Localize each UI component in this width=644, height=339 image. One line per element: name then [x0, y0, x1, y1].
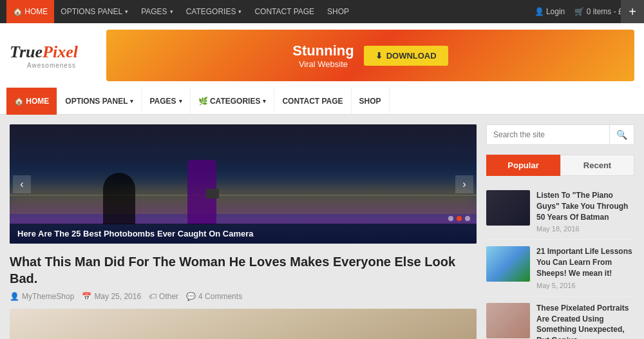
- chevron-down-icon: ▾: [238, 8, 242, 15]
- search-icon: 🔍: [616, 130, 627, 140]
- chevron-down-icon: ▾: [179, 98, 182, 104]
- post-preview-image[interactable]: [10, 309, 477, 339]
- sec-nav-home[interactable]: 🏠 HOME: [6, 88, 57, 115]
- comment-icon: 💬: [186, 292, 196, 301]
- top-nav-home[interactable]: 🏠 HOME: [6, 0, 54, 23]
- main-content-area: ‹ › Here Are The 25 Best Photobombs Ever…: [0, 115, 644, 339]
- slider-caption: Here Are The 25 Best Photobombs Ever Cau…: [10, 224, 477, 244]
- sidebar-post-2: 21 Important Life Lessons You Can Learn …: [486, 240, 634, 296]
- top-nav-links: 🏠 HOME OPTIONS PANEL ▾ PAGES ▾ CATEGORIE…: [6, 0, 535, 23]
- sidebar-post-title-3[interactable]: These Pixelated Portraits Are Created Us…: [536, 303, 634, 339]
- chevron-down-icon: ▾: [130, 98, 133, 104]
- banner-subtitle: Viral Website: [292, 59, 354, 69]
- calendar-icon: 📅: [82, 292, 91, 301]
- top-nav-categories[interactable]: CATEGORIES ▾: [180, 0, 249, 23]
- tab-recent[interactable]: Recent: [560, 155, 634, 176]
- sidebar-post-3: These Pixelated Portraits Are Created Us…: [486, 296, 634, 339]
- sidebar-tabs: Popular Recent: [486, 155, 634, 176]
- site-logo[interactable]: TruePixel Awesomeness: [10, 43, 93, 69]
- user-icon: 👤: [535, 7, 544, 16]
- author-icon: 👤: [10, 292, 19, 301]
- main-column: ‹ › Here Are The 25 Best Photobombs Ever…: [10, 124, 477, 339]
- download-icon: ⬇: [375, 51, 383, 61]
- logo-text: TruePixel: [10, 43, 93, 62]
- top-nav-pages[interactable]: PAGES ▾: [135, 0, 179, 23]
- banner-download-button[interactable]: ⬇ DOWNLOAD: [364, 46, 448, 66]
- camera-shape: [206, 189, 219, 199]
- leaf-icon: 🌿: [198, 97, 208, 106]
- sec-nav-options[interactable]: OPTIONS PANEL ▾: [57, 88, 142, 115]
- featured-slider: ‹ › Here Are The 25 Best Photobombs Ever…: [10, 124, 477, 244]
- sidebar-post-title-1[interactable]: Listen To "The Piano Guys" Take You Thro…: [536, 190, 634, 222]
- search-box: 🔍: [486, 124, 634, 145]
- sidebar-post-thumbnail-2[interactable]: [486, 246, 530, 282]
- sidebar-post-thumbnail-1[interactable]: [486, 190, 530, 226]
- top-nav-bar: 🏠 HOME OPTIONS PANEL ▾ PAGES ▾ CATEGORIE…: [0, 0, 644, 23]
- secondary-nav: 🏠 HOME OPTIONS PANEL ▾ PAGES ▾ 🌿 CATEGOR…: [0, 88, 644, 115]
- banner-content: Stunning Viral Website: [292, 43, 354, 69]
- search-input[interactable]: [487, 125, 609, 144]
- plus-button[interactable]: +: [621, 0, 644, 23]
- chevron-down-icon: ▾: [125, 8, 128, 15]
- post-title[interactable]: What This Man Did For The Woman He Loves…: [10, 253, 477, 287]
- slider-dot-3[interactable]: [465, 216, 470, 221]
- sec-nav-pages[interactable]: PAGES ▾: [142, 88, 190, 115]
- slider-dots: [448, 216, 470, 221]
- post-date: 📅 May 25, 2016: [82, 292, 141, 301]
- home-icon: 🏠: [13, 7, 23, 16]
- sidebar-post-title-2[interactable]: 21 Important Life Lessons You Can Learn …: [536, 246, 634, 278]
- sidebar-post-date-1: May 18, 2016: [536, 225, 634, 233]
- sec-nav-shop[interactable]: SHOP: [352, 88, 390, 115]
- post-meta: 👤 MyThemeShop 📅 May 25, 2016 🏷 Other 💬 4…: [10, 292, 477, 301]
- top-nav-shop[interactable]: SHOP: [321, 0, 355, 23]
- city-lights-overlay: [10, 184, 477, 214]
- tab-popular[interactable]: Popular: [486, 155, 560, 176]
- slider-prev-button[interactable]: ‹: [13, 175, 31, 193]
- post-category[interactable]: 🏷 Other: [149, 292, 178, 301]
- search-button[interactable]: 🔍: [609, 125, 634, 144]
- chevron-down-icon: ▾: [263, 98, 266, 104]
- sidebar-post-thumbnail-3[interactable]: [486, 303, 530, 338]
- login-link[interactable]: 👤 Login: [535, 7, 565, 16]
- top-nav-contact[interactable]: CONTACT PAGE: [248, 0, 321, 23]
- sidebar-post-date-2: May 5, 2016: [536, 282, 634, 289]
- sidebar-post-info-3: These Pixelated Portraits Are Created Us…: [536, 303, 634, 339]
- slider-dot-1[interactable]: [448, 216, 453, 221]
- logo-tagline: Awesomeness: [10, 62, 93, 69]
- person-silhouette-1: [103, 173, 135, 224]
- banner-title: Stunning: [292, 43, 354, 59]
- site-header: TruePixel Awesomeness Stunning Viral Web…: [0, 23, 644, 88]
- banner-ad[interactable]: Stunning Viral Website ⬇ DOWNLOAD: [106, 30, 634, 81]
- sidebar-post-info-1: Listen To "The Piano Guys" Take You Thro…: [536, 190, 634, 233]
- slider-dot-2[interactable]: [457, 216, 462, 221]
- tag-icon: 🏷: [149, 292, 156, 301]
- post-author: 👤 MyThemeShop: [10, 292, 74, 301]
- cart-icon: 🛒: [574, 7, 584, 16]
- sidebar-post-1: Listen To "The Piano Guys" Take You Thro…: [486, 184, 634, 240]
- home-icon: 🏠: [14, 97, 24, 106]
- sec-nav-contact[interactable]: CONTACT PAGE: [274, 88, 351, 115]
- sidebar-post-info-2: 21 Important Life Lessons You Can Learn …: [536, 246, 634, 289]
- chevron-down-icon: ▾: [170, 8, 173, 15]
- top-nav-options[interactable]: OPTIONS PANEL ▾: [54, 0, 135, 23]
- sidebar: 🔍 Popular Recent Listen To "The Piano Gu…: [486, 124, 634, 339]
- sec-nav-categories[interactable]: 🌿 CATEGORIES ▾: [191, 88, 275, 115]
- post-comments[interactable]: 💬 4 Comments: [186, 292, 242, 301]
- slider-next-button[interactable]: ›: [455, 175, 473, 193]
